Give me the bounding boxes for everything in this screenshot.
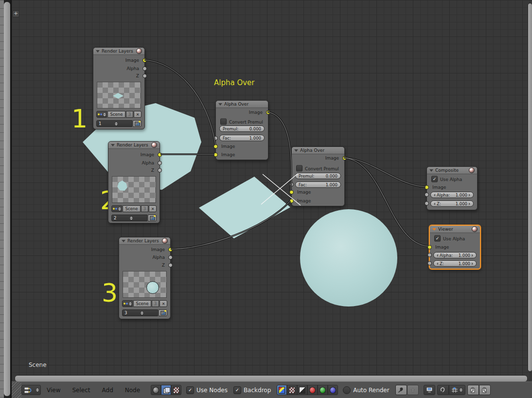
collapse-triangle-icon[interactable] [96,50,100,53]
socket-z-out[interactable] [168,263,173,268]
resize-grip[interactable] [12,382,21,398]
socket-alpha-out[interactable] [142,67,147,71]
increment-arrow-icon[interactable] [472,262,473,265]
scene-browse-button[interactable] [111,205,122,212]
backdrop-channel-alpha[interactable] [287,385,297,395]
preview-sphere-icon[interactable] [162,238,168,244]
render-layer-selector[interactable]: 2 [111,215,157,221]
node-render-layers-1[interactable]: Render Layers Image Alpha Z Scene 3 ✕ 1 [93,47,145,129]
new-layer-button[interactable] [148,215,157,221]
checkbox-icon[interactable] [220,119,227,125]
socket-image2-in[interactable] [289,199,294,203]
collapse-triangle-icon[interactable] [432,228,436,231]
decrement-arrow-icon[interactable] [434,202,435,205]
fac-slider[interactable]: Fac: 1.000 [219,135,265,141]
backdrop-channel-color-alpha[interactable] [277,385,287,395]
socket-fac-in[interactable] [213,136,218,141]
stepper-icon[interactable] [118,207,121,211]
collapse-triangle-icon[interactable] [122,240,125,242]
paste-nodes-button[interactable] [479,385,491,395]
node-header[interactable]: Composite [427,167,477,174]
node-alpha-over-1[interactable]: Alpha Over Image Convert Premul Premul: … [215,100,268,160]
z-slider[interactable]: Z: 1.000 [433,260,477,267]
node-header[interactable]: Alpha Over [216,101,268,108]
scene-selector[interactable]: Scene 3 ✕ [111,205,157,212]
preview-sphere-icon[interactable] [469,167,475,173]
socket-z-out[interactable] [142,74,147,78]
backdrop-channel-blue[interactable] [328,385,338,395]
socket-image-out[interactable] [266,110,270,115]
snap-mode-selector[interactable] [449,385,465,395]
copy-nodes-button[interactable] [467,385,479,395]
decrement-arrow-icon[interactable] [434,194,435,197]
backdrop-channel-red[interactable] [307,385,318,395]
socket-image-out[interactable] [342,156,347,161]
render-layer-selector[interactable]: 3 [122,309,167,316]
stepper-icon[interactable] [460,388,462,392]
node-header[interactable]: Alpha Over [292,147,344,154]
expand-region-button[interactable]: + [12,10,19,18]
socket-image-in[interactable] [427,245,432,250]
node-composite[interactable]: Composite ✓ Use Alpha Image Alpha: 1.000… [426,166,478,210]
vertical-scrollbar[interactable] [528,3,532,372]
node-render-layers-2[interactable]: Render Layers Image Alpha Z Scene 3 ✕ 2 [108,141,160,223]
socket-alpha-in[interactable] [427,253,432,257]
alpha-slider[interactable]: Alpha: 1.000 [430,192,474,198]
backdrop-channel-green[interactable] [318,385,328,395]
node-header[interactable]: Viewer [430,226,480,233]
z-slider[interactable]: Z: 1.000 [430,200,474,207]
stepper-icon[interactable] [36,388,39,392]
menu-select[interactable]: Select [66,387,96,394]
scene-unlink-button[interactable]: ✕ [149,205,157,212]
use-alpha-checkbox[interactable]: ✓ Use Alpha [434,235,465,242]
left-region-scrollbar[interactable] [4,2,10,396]
scene-selector[interactable]: Scene 3 ✕ [96,111,142,118]
socket-fac-in[interactable] [289,182,294,187]
preview-sphere-icon[interactable] [151,142,157,148]
socket-image-out[interactable] [158,153,162,157]
menu-add[interactable]: Add [96,387,119,394]
socket-image2-in[interactable] [213,153,218,157]
fac-slider[interactable]: Fac: 1.000 [295,181,341,188]
new-layer-button[interactable] [133,120,142,127]
collapse-triangle-icon[interactable] [218,103,222,106]
node-header[interactable]: Render Layers [119,237,170,245]
preview-sphere-icon[interactable] [472,226,478,232]
socket-alpha-in[interactable] [425,193,429,197]
checkbox-checked-icon[interactable]: ✓ [434,235,441,242]
preview-sphere-icon[interactable] [136,48,142,54]
scene-name-button[interactable]: Scene [133,300,151,307]
socket-image-out[interactable] [168,248,173,252]
scene-browse-button[interactable] [96,111,107,118]
socket-image-out[interactable] [142,58,147,63]
use-alpha-checkbox[interactable]: ✓ Use Alpha [431,176,462,182]
scene-unlink-button[interactable]: ✕ [134,111,142,118]
menu-node[interactable]: Node [119,387,146,394]
stepper-icon[interactable] [141,311,156,315]
collapse-triangle-icon[interactable] [429,169,433,172]
scene-unlink-button[interactable]: ✕ [160,300,167,307]
increment-arrow-icon[interactable] [472,254,473,257]
premul-slider[interactable]: Premul: 0.000 [219,126,265,132]
layer-name-field[interactable]: 1 [96,120,132,127]
socket-z-in[interactable] [427,261,432,266]
checkbox-icon[interactable] [296,165,302,172]
scene-name-button[interactable]: Scene [123,205,141,212]
layer-name-field[interactable]: 2 [111,215,147,221]
render-result-button[interactable] [424,385,435,395]
stepper-icon[interactable] [129,302,132,306]
collapse-triangle-icon[interactable] [111,144,115,146]
increment-arrow-icon[interactable] [469,202,470,205]
scene-name-button[interactable]: Scene [107,111,125,118]
auto-render-checkbox[interactable] [343,386,351,394]
stepper-icon[interactable] [130,217,145,220]
premul-slider[interactable]: Premul: 0.000 [295,173,341,179]
increment-arrow-icon[interactable] [469,194,470,197]
scene-browse-button[interactable] [122,300,133,307]
alpha-slider[interactable]: Alpha: 1.000 [433,252,477,258]
horizontal-scrollbar[interactable] [15,375,528,382]
use-nodes-checkbox[interactable]: ✓ [186,386,194,394]
snap-toggle-button[interactable] [437,385,449,395]
socket-alpha-out[interactable] [168,255,173,260]
compositing-nodes-toggle[interactable] [161,385,171,395]
